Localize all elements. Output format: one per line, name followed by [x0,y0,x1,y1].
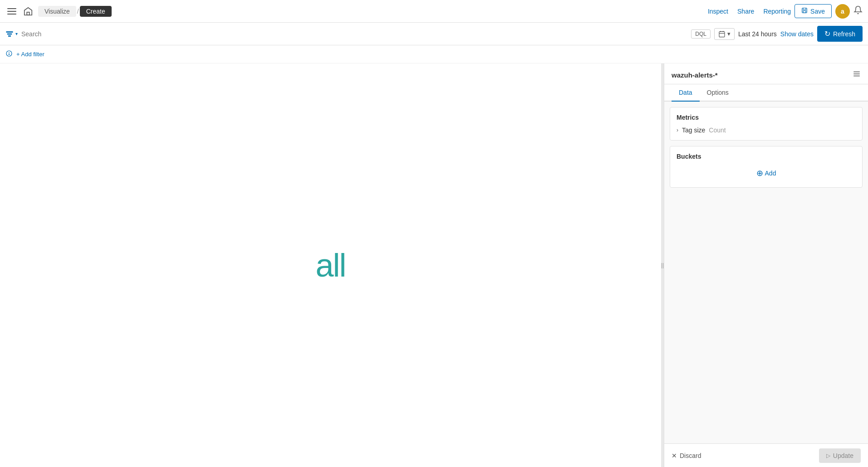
update-play-icon: ▷ [826,452,830,459]
buckets-section: Buckets ⊕ Add [670,146,863,188]
date-range-text: Last 24 hours [738,30,777,38]
home-icon[interactable] [22,5,34,18]
top-navigation: Visualize / Create Inspect Share Reporti… [0,0,868,23]
discard-icon: ✕ [672,452,677,459]
visualize-tab[interactable]: Visualize [38,6,76,17]
add-bucket-label: Add [765,170,776,177]
breadcrumb-divider: / [77,8,79,15]
search-bar: ▾ DQL ▾ Last 24 hours Show dates ↻ Refre… [0,23,868,45]
breadcrumb-tabs: Visualize / Create [38,6,112,17]
svg-rect-5 [719,31,725,37]
panel-menu-icon[interactable] [853,70,861,80]
save-button[interactable]: Save [794,4,832,18]
create-tab[interactable]: Create [80,6,112,17]
update-label: Update [833,452,853,459]
svg-rect-4 [9,35,11,36]
add-bucket-plus-icon: ⊕ [756,168,763,178]
calendar-icon-label: ▾ [727,30,731,37]
tab-data[interactable]: Data [672,84,700,102]
tab-options[interactable]: Options [700,84,736,102]
svg-rect-2 [6,31,13,32]
refresh-icon: ↻ [824,29,830,38]
index-name: wazuh-alerts-* [672,71,718,79]
nav-links: Inspect Share Reporting [708,8,791,15]
show-dates-button[interactable]: Show dates [780,30,814,38]
bottom-action-bar: ✕ Discard ▷ Update [664,443,868,467]
date-picker-button[interactable]: ▾ [714,28,735,40]
metric-label: Tag size [682,126,705,134]
panel-tabs: Data Options [664,84,868,102]
save-icon [801,7,808,15]
metric-chevron-icon: › [677,127,678,133]
metrics-title: Metrics [677,114,856,121]
visualization-area: all [0,63,661,467]
filter-small-icon [5,50,13,58]
user-avatar[interactable]: a [835,4,850,19]
right-panel-header: wazuh-alerts-* [664,63,868,84]
filter-row: + Add filter [0,45,868,63]
discard-label: Discard [680,452,701,459]
save-label: Save [810,8,825,15]
search-input[interactable] [21,30,687,38]
svg-point-11 [9,54,9,54]
inspect-link[interactable]: Inspect [708,8,728,15]
bell-icon[interactable] [853,5,863,17]
discard-button[interactable]: ✕ Discard [672,452,701,459]
svg-rect-3 [8,34,12,34]
hamburger-menu[interactable] [5,6,18,16]
dql-badge[interactable]: DQL [691,29,711,39]
right-panel: wazuh-alerts-* Data Options Metrics › Ta [664,63,868,467]
metrics-section: Metrics › Tag size Count [670,107,863,141]
filter-icon-button[interactable]: ▾ [5,30,18,38]
reporting-link[interactable]: Reporting [763,8,791,15]
panel-body: Metrics › Tag size Count Buckets ⊕ Add [664,102,868,443]
update-button[interactable]: ▷ Update [819,448,861,463]
share-link[interactable]: Share [737,8,754,15]
metric-type: Count [709,126,726,134]
viz-all-text: all [315,247,345,284]
add-filter-button[interactable]: + Add filter [16,51,44,58]
metric-row[interactable]: › Tag size Count [677,126,856,134]
refresh-button[interactable]: ↻ Refresh [817,26,863,42]
svg-rect-0 [27,12,29,15]
buckets-title: Buckets [677,153,856,160]
main-content: all || wazuh-alerts-* Data Options [0,63,868,467]
add-bucket-button[interactable]: ⊕ Add [677,165,856,181]
refresh-label: Refresh [833,30,855,38]
filter-chevron-icon: ▾ [15,31,18,36]
